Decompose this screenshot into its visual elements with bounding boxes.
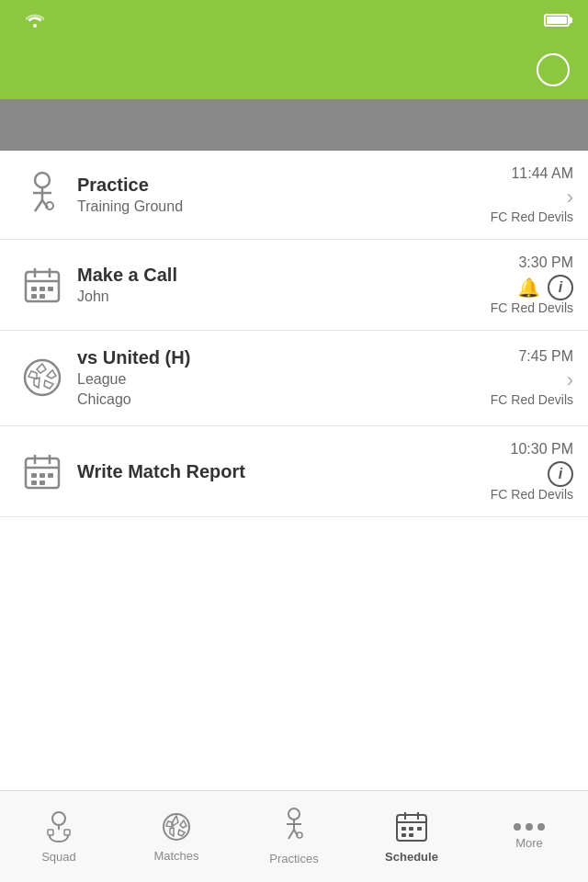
item-title: Practice xyxy=(77,173,426,197)
item-actions: 🔔i xyxy=(517,275,573,300)
schedule-item-practice[interactable]: Practice Training Ground 11:44 AM › FC R… xyxy=(0,151,588,240)
item-icon-person-practice xyxy=(15,167,70,222)
schedule-list: Practice Training Ground 11:44 AM › FC R… xyxy=(0,151,588,517)
tab-label-practices: Practices xyxy=(269,852,318,865)
svg-rect-27 xyxy=(48,473,53,478)
item-content: Write Match Report xyxy=(70,459,426,483)
item-content: Practice Training Ground xyxy=(70,173,426,217)
svg-point-0 xyxy=(35,173,50,187)
date-nav xyxy=(0,99,588,151)
item-icon-calendar xyxy=(15,444,70,499)
tab-label-matches: Matches xyxy=(153,849,198,863)
status-bar-right xyxy=(544,14,570,27)
tab-practices[interactable]: Practices xyxy=(235,791,353,882)
item-icon-calendar xyxy=(15,257,70,312)
tab-label-schedule: Schedule xyxy=(385,850,438,864)
item-subtitle: League xyxy=(77,369,426,390)
item-team: FC Red Devils xyxy=(491,209,573,224)
item-time: 7:45 PM xyxy=(518,348,573,365)
svg-rect-13 xyxy=(31,294,37,299)
svg-rect-29 xyxy=(40,481,45,485)
item-subtitle: John xyxy=(77,287,426,307)
svg-rect-31 xyxy=(48,830,53,835)
item-icon-soccer-ball xyxy=(15,350,70,405)
bell-icon: 🔔 xyxy=(517,277,540,299)
item-content: Make a Call John xyxy=(70,263,426,307)
svg-line-43 xyxy=(288,830,294,839)
matches-icon xyxy=(160,810,193,843)
more-dots-icon xyxy=(514,823,545,831)
info-icon[interactable]: i xyxy=(548,275,573,300)
chevron-right-icon: › xyxy=(567,368,573,392)
svg-rect-14 xyxy=(40,294,45,299)
schedule-icon xyxy=(394,809,429,844)
tab-label-squad: Squad xyxy=(41,850,76,864)
svg-marker-35 xyxy=(180,820,187,828)
svg-marker-36 xyxy=(178,830,185,836)
svg-marker-20 xyxy=(28,371,37,379)
tab-more[interactable]: More xyxy=(470,791,588,882)
svg-marker-18 xyxy=(44,380,53,389)
practices-icon xyxy=(279,808,309,846)
item-time: 3:30 PM xyxy=(518,254,573,271)
add-button[interactable] xyxy=(537,53,570,86)
info-icon[interactable]: i xyxy=(548,461,573,487)
item-actions: i xyxy=(548,461,573,487)
item-right: 11:44 AM › FC Red Devils xyxy=(426,165,573,224)
item-time: 10:30 PM xyxy=(511,441,573,458)
item-team: FC Red Devils xyxy=(491,300,573,315)
item-subtitle: Training Ground xyxy=(77,197,426,217)
item-actions: › xyxy=(567,368,573,392)
squad-icon xyxy=(43,809,74,844)
item-team: FC Red Devils xyxy=(491,487,573,502)
svg-marker-17 xyxy=(47,370,56,379)
item-title: vs United (H) xyxy=(77,345,426,369)
svg-rect-50 xyxy=(409,827,413,831)
item-actions: › xyxy=(567,186,573,209)
item-time: 11:44 AM xyxy=(511,165,573,182)
wifi-icon xyxy=(26,13,44,28)
svg-line-4 xyxy=(35,200,42,211)
chevron-right-icon: › xyxy=(567,186,573,209)
svg-rect-32 xyxy=(64,830,70,835)
svg-rect-51 xyxy=(417,827,422,831)
more-icon xyxy=(514,823,545,831)
svg-marker-34 xyxy=(173,816,178,826)
svg-rect-10 xyxy=(31,287,37,291)
item-right: 7:45 PM › FC Red Devils xyxy=(426,348,573,407)
item-subtitle: Chicago xyxy=(77,390,426,410)
item-team: FC Red Devils xyxy=(491,392,573,407)
tab-squad[interactable]: Squad xyxy=(0,791,118,882)
battery-icon xyxy=(544,14,570,27)
schedule-item-vs-united[interactable]: vs United (H) LeagueChicago 7:45 PM › FC… xyxy=(0,331,588,426)
svg-rect-52 xyxy=(401,833,406,837)
item-title: Write Match Report xyxy=(77,459,426,483)
tab-schedule[interactable]: Schedule xyxy=(353,791,470,882)
item-title: Make a Call xyxy=(77,263,426,287)
schedule-item-write-match-report[interactable]: Write Match Report 10:30 PM i FC Red Dev… xyxy=(0,426,588,517)
svg-rect-28 xyxy=(31,481,37,485)
svg-point-39 xyxy=(288,808,300,820)
app-header xyxy=(0,40,588,99)
svg-rect-11 xyxy=(40,287,45,291)
schedule-item-make-a-call[interactable]: Make a Call John 3:30 PM 🔔i FC Red Devil… xyxy=(0,240,588,331)
svg-marker-37 xyxy=(170,828,174,836)
tab-matches[interactable]: Matches xyxy=(118,791,235,882)
svg-rect-25 xyxy=(31,473,37,478)
svg-rect-26 xyxy=(40,473,45,478)
svg-rect-53 xyxy=(409,833,413,837)
status-bar xyxy=(0,0,588,40)
svg-marker-16 xyxy=(37,364,46,373)
status-bar-left xyxy=(18,13,44,28)
svg-point-30 xyxy=(52,812,65,825)
svg-rect-49 xyxy=(401,827,406,831)
item-right: 10:30 PM i FC Red Devils xyxy=(426,441,573,502)
tab-label-more: More xyxy=(515,836,543,850)
svg-marker-38 xyxy=(166,821,172,827)
svg-rect-12 xyxy=(48,287,53,291)
item-content: vs United (H) LeagueChicago xyxy=(70,345,426,411)
tab-bar: Squad Matches Practices xyxy=(0,790,588,882)
item-right: 3:30 PM 🔔i FC Red Devils xyxy=(426,254,573,315)
